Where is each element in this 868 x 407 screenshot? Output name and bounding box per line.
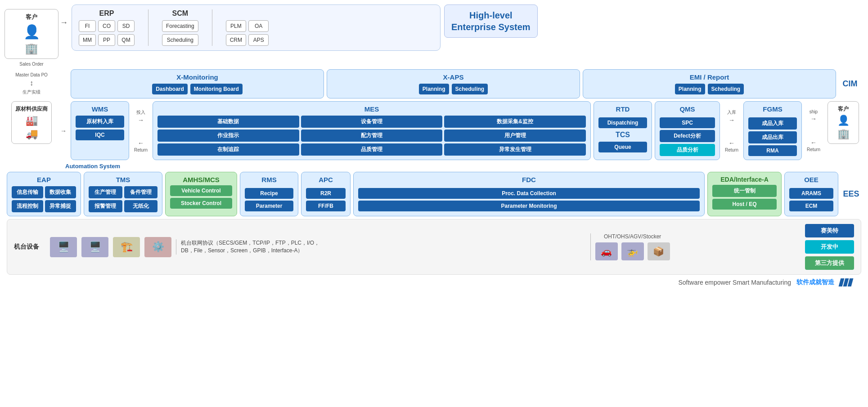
wms-item1: 原材料入库 [76,116,124,128]
rms-block: RMS Recipe Parameter [240,172,298,216]
fgms-block: FGMS 成品入库 成品出库 RMA [743,101,802,160]
footer: Software empower Smart Manufacturing 软件成… [7,278,861,286]
protocol-text: 机台联网协议（SECS/GEM，TCP/IP，FTP，PLC，I/O，DB，Fi… [176,239,329,255]
fdc-block: FDC Proc. Data Collection Parameter Moni… [353,172,705,216]
return2-label: Return [725,148,738,152]
transport-icon3: 📦 [648,242,670,260]
mes-item1: 基础数据 [157,116,299,128]
tms-item2: 备件管理 [124,186,158,198]
legend-section: 赛美特 开发中 第三方提供 [805,224,854,270]
xmon-monitoring-board: Monitoring Board [190,84,243,94]
erp-block: ERP FI CO SD MM PP QM [79,9,135,46]
emi-block: EMI / Report Planning Scheduling [583,69,836,98]
mes-item2: 设备管理 [301,116,443,128]
oee-arams: ARAMS [789,188,833,199]
x-aps-title: X-APS [333,73,574,81]
customer-right-building: 🏢 [837,128,850,140]
return-label: Return [134,148,148,152]
fgms-item1: 成品入库 [748,117,797,130]
mes-item3: 数据采集&监控 [444,116,586,128]
customer-building-icon: 🏢 [25,42,38,55]
master-data-label: Master Data PO [15,72,48,77]
eap-title: EAP [37,176,51,183]
x-aps-block: X-APS Planning Scheduling [327,69,580,98]
legend-item1: 赛美特 [805,224,854,237]
qms-title: QMS [679,105,695,113]
oee-title: OEE [804,176,819,183]
customer-right-icon: 👤 [837,115,850,126]
in-label: 入库 [727,109,736,116]
customer-return-arrow: ← Return [807,139,820,152]
transport-section: OHT/OHS/AGV/Stocker 🚗 🚁 📦 [590,233,670,260]
erp-title: ERP [79,9,135,18]
machine-row: 机台设备 🖥️ 🖥️ 🏗️ ⚙️ 机台联网协议（SECS/GEM，TCP/IP，… [7,219,861,275]
amhs-title: AMHS/MCS [183,176,220,183]
eda-item2: Host / EQ [712,199,777,210]
qms-quality: 品质分析 [660,144,715,156]
erp-qm: QM [117,34,135,46]
machine-icon4: ⚙️ [144,237,171,257]
erp-scm-plm-container: ERP FI CO SD MM PP QM SCM Forecasting [72,4,441,51]
fdc-title: FDC [522,176,536,183]
machine-icons: 🖥️ 🖥️ 🏗️ ⚙️ [50,237,171,257]
qms-spc: SPC [660,117,715,128]
crm-item: CRM [226,34,246,46]
automation-label-container: Automation System [7,162,861,170]
left-arrow2: ← [729,139,735,147]
fgms-item3: RMA [748,145,797,156]
sep2 [212,9,212,46]
transport-label: OHT/OHS/AGV/Stocker [604,233,661,240]
automation-label: Automation System [65,163,120,170]
eda-title: EDA/Interface-A [720,176,769,183]
customer-right-section: 客户 👤 🏢 [825,101,861,160]
spacer-r2 [59,69,68,98]
machine-icon1: 🖥️ [50,237,77,257]
high-level-box: High-level Enterprise System [444,4,538,38]
scm-title: SCM [162,9,198,18]
customer-right-box: 客户 👤 🏢 [828,101,859,144]
transport-icon1: 🚗 [595,242,618,260]
cim-label-container: CIM [839,69,861,98]
rtd-queue: Queue [598,142,647,152]
supplier-box: 原材料供应商 🏭 🚚 [11,101,52,144]
xmon-dashboard: Dashboard [152,84,188,94]
legend-item2: 开发中 [805,240,854,254]
x-monitoring-title: X-Monitoring [76,73,318,81]
xaps-planning: Planning [419,84,449,94]
wms-block: WMS 原材料入库 IQC [71,101,129,160]
wms-mes-arrows: 投入 → ← Return [132,101,150,160]
rms-title: RMS [261,176,276,183]
customer-icon: 👤 [23,24,40,40]
customer-label: 客户 [26,13,37,21]
mes-item6: 用户管理 [444,130,586,142]
mes-item7: 在制追踪 [157,143,299,156]
eap-block: EAP 信息传输 数据收集 流程控制 异常捕捉 [7,172,81,216]
aps-item: APS [248,34,269,46]
tms-item1: 生产管理 [89,186,122,198]
supplier-icon: 🏭 [26,115,38,126]
mes-item9: 异常发生管理 [444,143,586,156]
tms-item3: 报警管理 [89,200,122,212]
apc-fffb: FF/FB [306,201,346,211]
machine-icon2: 🖥️ [81,237,108,257]
wms-item2: IQC [76,130,124,140]
ship-arrow: ship → [810,109,818,122]
eap-item3: 流程控制 [12,200,43,212]
eda-block: EDA/Interface-A 统一管制 Host / EQ [707,172,782,216]
x-monitoring-block: X-Monitoring Dashboard Monitoring Board [71,69,324,98]
fgms-title: FGMS [763,105,782,113]
amhs-stocker: Stocker Control [170,198,232,209]
qms-fgms-arrows: 入库 → ← Return [723,101,741,160]
high-level-title: High-level Enterprise System [451,9,531,33]
erp-pp: PP [98,34,115,46]
scm-block: SCM Forecasting Scheduling [162,9,198,46]
fgms-customer-arrows: ship → ← Return [805,101,823,160]
ees-label-container: EES [841,172,861,216]
tms-block: TMS 生产管理 备件管理 报警管理 无纸化 [84,172,162,216]
left-arrows-row2: Master Data PO ↕ 生产实绩 [7,69,56,98]
sep1 [148,9,148,46]
erp-co: CO [98,20,115,32]
production-label: 生产实绩 [22,89,40,95]
erp-sd: SD [117,20,135,32]
xaps-scheduling: Scheduling [452,84,488,94]
